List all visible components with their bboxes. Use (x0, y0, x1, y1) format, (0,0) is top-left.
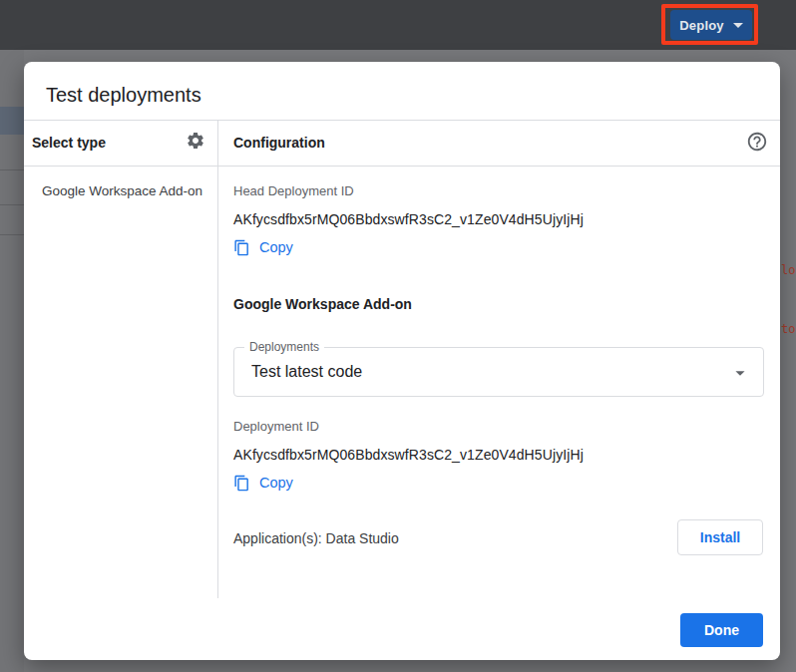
addon-section-title: Google Workspace Add-on (233, 296, 412, 312)
select-type-header: Select type (32, 135, 106, 151)
install-button[interactable]: Install (677, 519, 763, 555)
divider (24, 120, 780, 121)
code-fragment: to (781, 322, 795, 336)
configuration-header: Configuration (233, 135, 325, 151)
deployments-select-value: Test latest code (251, 348, 362, 396)
divider (0, 204, 24, 205)
vertical-divider (217, 120, 218, 598)
code-fragment: lo (781, 263, 795, 277)
chevron-down-icon (729, 362, 751, 384)
deployment-type-item-google-workspace-addon[interactable]: Google Workspace Add-on (42, 182, 209, 200)
copy-icon (233, 475, 250, 492)
copy-deployment-id-button[interactable]: Copy (233, 473, 293, 493)
help-icon[interactable] (746, 131, 768, 153)
annotation-highlight-rectangle (661, 4, 758, 45)
copy-head-deployment-id-button[interactable]: Copy (233, 237, 293, 257)
dimmed-code-editor-edge: lo to (780, 50, 796, 672)
copy-label: Copy (259, 239, 293, 255)
dimmed-left-sidebar (0, 50, 24, 672)
dimmed-selected-row (0, 107, 24, 135)
applications-label: Application(s): Data Studio (233, 530, 399, 546)
help-icon-glyph (746, 131, 768, 153)
divider (24, 166, 780, 167)
deployment-id-label: Deployment ID (233, 419, 319, 434)
head-deployment-id-label: Head Deployment ID (233, 183, 354, 198)
deployments-select[interactable]: Deployments Test latest code (233, 347, 764, 397)
dialog-title: Test deployments (46, 84, 201, 107)
head-deployment-id-value: AKfycsdfbx5rMQ06BbdxswfR3sC2_v1Ze0V4dH5U… (233, 211, 584, 227)
copy-label: Copy (259, 475, 293, 491)
test-deployments-dialog: Test deployments Select type Configurati… (24, 62, 780, 660)
screen: lo to Deploy Test deployments Select typ… (0, 0, 796, 672)
gear-icon[interactable] (185, 131, 206, 153)
gear-icon-glyph (186, 131, 205, 151)
copy-icon (233, 239, 250, 256)
divider (0, 169, 24, 170)
divider (0, 234, 24, 235)
done-button[interactable]: Done (680, 613, 763, 647)
deployment-id-value: AKfycsdfbx5rMQ06BbdxswfR3sC2_v1Ze0V4dH5U… (233, 447, 584, 463)
